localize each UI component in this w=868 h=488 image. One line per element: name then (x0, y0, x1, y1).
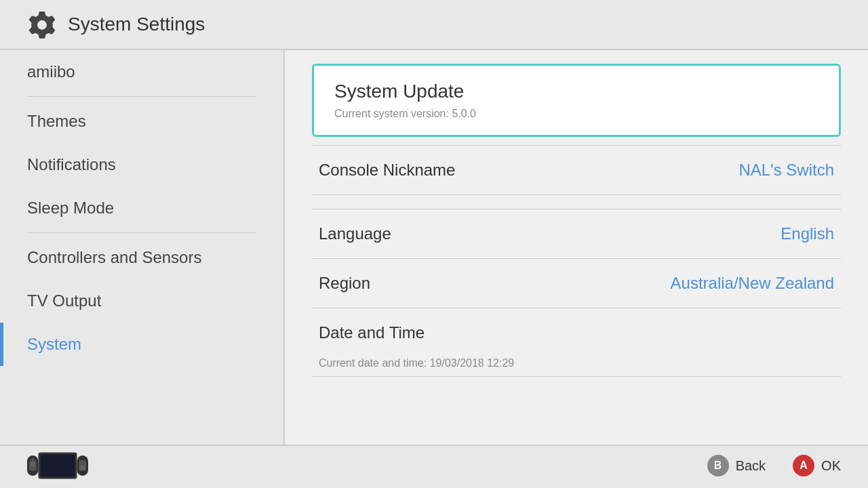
b-button-icon: B (707, 455, 729, 476)
region-row[interactable]: Region Australia/New Zealand (312, 259, 841, 308)
divider-datetime (312, 376, 841, 377)
language-row[interactable]: Language English (312, 209, 841, 258)
footer: B Back A OK (0, 445, 868, 485)
system-version-label: Current system version: 5.0.0 (334, 108, 818, 120)
svg-point-9 (81, 466, 85, 470)
svg-point-7 (31, 458, 35, 462)
sidebar-item-system[interactable]: System (0, 323, 283, 366)
console-nickname-label: Console Nickname (319, 161, 455, 180)
spacer (312, 195, 841, 209)
system-update-title: System Update (334, 81, 818, 102)
svg-point-8 (31, 463, 35, 467)
region-label: Region (319, 274, 370, 293)
page-title: System Settings (68, 14, 205, 35)
sidebar-item-controllers-and-sensors[interactable]: Controllers and Sensors (0, 236, 283, 279)
gear-icon (27, 9, 57, 39)
language-value: English (781, 224, 834, 243)
svg-point-0 (37, 20, 47, 30)
divider-2 (27, 232, 256, 233)
back-label: Back (736, 458, 766, 474)
right-panel: System Update Current system version: 5.… (285, 50, 868, 445)
divider (27, 96, 256, 97)
svg-rect-4 (41, 455, 75, 477)
console-nickname-value: NAL's Switch (738, 161, 834, 180)
sidebar-item-amiibo[interactable]: amiibo (0, 50, 283, 94)
sidebar-item-sleep-mode[interactable]: Sleep Mode (0, 186, 283, 230)
region-value: Australia/New Zealand (671, 274, 834, 293)
ok-label: OK (821, 458, 841, 474)
back-button[interactable]: B Back (707, 455, 766, 476)
system-update-box[interactable]: System Update Current system version: 5.… (312, 64, 841, 137)
date-time-row[interactable]: Date and Time (312, 308, 841, 357)
sidebar: amiibo Themes Notifications Sleep Mode C… (0, 50, 285, 445)
language-label: Language (319, 224, 391, 243)
ok-button[interactable]: A OK (793, 455, 841, 476)
main-layout: amiibo Themes Notifications Sleep Mode C… (0, 50, 868, 445)
footer-left (27, 452, 680, 479)
sidebar-item-tv-output[interactable]: TV Output (0, 279, 283, 323)
date-time-sub: Current date and time: 19/03/2018 12:29 (312, 357, 841, 376)
header: System Settings (0, 0, 868, 50)
console-icon (27, 452, 88, 479)
date-time-label: Date and Time (319, 323, 425, 342)
svg-point-10 (81, 460, 85, 464)
console-nickname-row[interactable]: Console Nickname NAL's Switch (312, 146, 841, 195)
sidebar-item-themes[interactable]: Themes (0, 100, 283, 143)
a-button-icon: A (793, 455, 814, 476)
sidebar-item-notifications[interactable]: Notifications (0, 143, 283, 186)
